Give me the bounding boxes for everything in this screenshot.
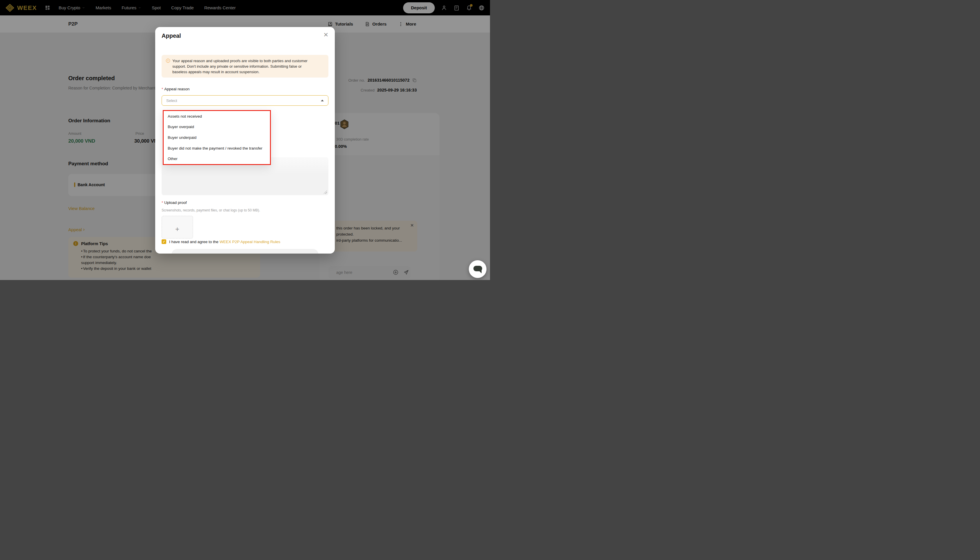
appeal-modal: Appeal ✕ ! Your appeal reason and upload… (155, 27, 335, 253)
required-asterisk: * (162, 200, 163, 205)
plus-icon: + (175, 225, 179, 233)
appeal-reason-select[interactable]: Select (162, 95, 329, 106)
appeal-reason-option[interactable]: Buyer did not make the payment / revoked… (164, 143, 270, 153)
select-placeholder: Select (166, 98, 177, 103)
appeal-warning-box: ! Your appeal reason and uploaded proofs… (162, 55, 329, 78)
agree-checkbox[interactable]: ✓ (162, 239, 166, 244)
upload-proof-hint: Screenshots, records, payment files, or … (162, 208, 260, 212)
appeal-reason-option[interactable]: Buyer overpaid (164, 122, 270, 132)
appeal-reason-label: *Appeal reason (162, 87, 189, 91)
appeal-rules-link[interactable]: WEEX P2P Appeal Handling Rules (219, 240, 280, 244)
required-asterisk: * (162, 87, 163, 91)
appeal-reason-option[interactable]: Other (164, 153, 270, 164)
chat-bubble-icon (473, 266, 482, 271)
submit-button[interactable] (172, 249, 319, 253)
agree-prefix: I have read and agree to the (169, 240, 219, 244)
upload-proof-label: *Upload proof (162, 200, 187, 205)
support-chat-button[interactable] (469, 260, 486, 278)
agree-row: ✓ I have read and agree to the WEEX P2P … (162, 239, 280, 244)
upload-proof-dropzone[interactable]: + (162, 216, 193, 238)
modal-title: Appeal (162, 33, 181, 39)
appeal-reason-label-text: Appeal reason (164, 87, 189, 91)
appeal-reason-option[interactable]: Buyer underpaid (164, 132, 270, 143)
modal-close-icon[interactable]: ✕ (323, 32, 329, 38)
info-icon: ! (166, 59, 170, 63)
upload-proof-label-text: Upload proof (164, 200, 187, 205)
appeal-reason-option[interactable]: Assets not received (164, 111, 270, 122)
chevron-up-icon (321, 100, 324, 102)
resize-handle[interactable] (324, 190, 327, 194)
appeal-reason-dropdown: Assets not receivedBuyer overpaidBuyer u… (163, 110, 271, 165)
agree-text: I have read and agree to the WEEX P2P Ap… (169, 240, 280, 244)
appeal-warning-text: Your appeal reason and uploaded proofs a… (172, 58, 316, 74)
